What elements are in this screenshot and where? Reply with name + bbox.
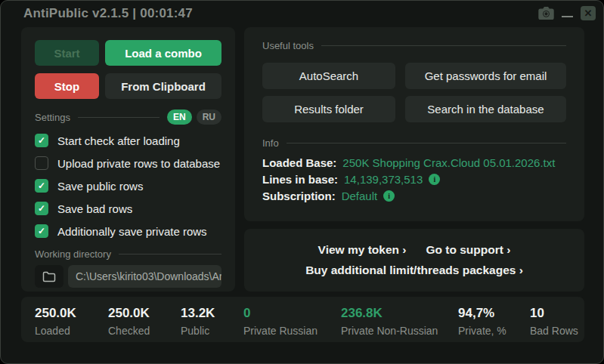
from-clipboard-button[interactable]: From Clipboard xyxy=(105,73,221,99)
checkbox-row-upload-private[interactable]: ✓ Upload private rows to database xyxy=(35,156,221,170)
lines-in-base-value: 14,139,373,513 xyxy=(344,173,423,186)
info-icon[interactable]: i xyxy=(383,190,395,202)
language-ru-button[interactable]: RU xyxy=(197,110,221,125)
stat-private-percent: 94,7% Private, % xyxy=(458,306,506,337)
checkbox[interactable]: ✓ xyxy=(35,156,48,170)
close-button[interactable]: ✕ xyxy=(581,6,596,20)
stat-value: 236.8K xyxy=(341,306,438,321)
subscription-value: Default xyxy=(342,190,378,202)
stat-label: Private Russian xyxy=(243,325,317,337)
loaded-base-value: 250K Shopping Crax.Cloud 05.01.2026.txt xyxy=(342,156,555,169)
loaded-base-label: Loaded Base: xyxy=(262,156,336,169)
lines-in-base-label: Lines in base: xyxy=(262,173,338,186)
stat-label: Private Non-Russian xyxy=(341,325,438,337)
autosearch-button[interactable]: AutoSearch xyxy=(262,63,395,89)
checkbox-row-save-bad[interactable]: ✓ Save bad rows xyxy=(35,202,221,215)
checkbox-label: Upload private rows to database xyxy=(57,157,220,170)
buy-packages-link[interactable]: Buy additional limit/threads packages › xyxy=(305,264,523,277)
results-folder-button[interactable]: Results folder xyxy=(262,96,395,122)
stat-value: 250.0K xyxy=(108,306,150,321)
lines-in-base-row: Lines in base: 14,139,373,513 i xyxy=(262,173,566,186)
useful-tools-label: Useful tools xyxy=(262,40,314,51)
stat-label: Bad Rows xyxy=(530,325,578,337)
links-row-bottom: Buy additional limit/threads packages › xyxy=(305,264,523,277)
control-panel: Start Load a combo Stop From Clipboard S… xyxy=(21,27,235,292)
loaded-base-row: Loaded Base: 250K Shopping Crax.Cloud 05… xyxy=(262,156,566,169)
divider xyxy=(119,254,221,254)
stop-button[interactable]: Stop xyxy=(35,73,99,99)
checkbox-label: Save public rows xyxy=(57,180,143,193)
useful-tools-buttons: AutoSearch Get passwords for email Resul… xyxy=(262,63,566,122)
get-passwords-button[interactable]: Get passwords for email xyxy=(405,63,566,89)
stat-private-russian: 0 Private Russian xyxy=(243,306,317,337)
stat-label: Loaded xyxy=(35,325,76,337)
stat-value: 13.2K xyxy=(181,306,215,321)
action-buttons: Start Load a combo Stop From Clipboard xyxy=(35,40,221,99)
info-header: Info xyxy=(262,137,566,149)
start-button[interactable]: Start xyxy=(35,40,99,66)
checkbox[interactable]: ✓ xyxy=(35,179,48,193)
stat-bad-rows: 10 Bad Rows xyxy=(530,306,578,337)
support-link[interactable]: Go to support › xyxy=(426,243,510,257)
screenshot-camera-icon[interactable] xyxy=(538,7,554,20)
checkbox-label: Save bad rows xyxy=(57,202,132,215)
language-en-button[interactable]: EN xyxy=(167,110,192,125)
stat-value: 10 xyxy=(530,306,578,321)
check-icon: ✓ xyxy=(38,136,45,145)
load-combo-button[interactable]: Load a combo xyxy=(105,40,221,66)
stat-value: 94,7% xyxy=(458,306,506,321)
links-panel: View my token › Go to support › Buy addi… xyxy=(244,229,584,292)
info-lines: Loaded Base: 250K Shopping Crax.Cloud 05… xyxy=(262,156,566,202)
checkbox-row-save-public[interactable]: ✓ Save public rows xyxy=(35,179,221,193)
stat-public: 13.2K Public xyxy=(181,306,215,337)
divider xyxy=(321,45,566,46)
check-icon: ✓ xyxy=(38,181,45,190)
window-title: AntiPublic v2.1.5 | 00:01:47 xyxy=(23,6,193,21)
subscription-label: Subscription: xyxy=(262,190,336,202)
settings-label: Settings xyxy=(35,112,70,123)
stat-checked: 250.0K Checked xyxy=(108,306,150,337)
working-directory-row: C:\Users\kirito03\Downloads\An... xyxy=(35,265,221,288)
stat-label: Private, % xyxy=(458,325,506,337)
subscription-row: Subscription: Default i xyxy=(262,190,566,202)
stat-value: 250.0K xyxy=(35,306,76,321)
stat-label: Public xyxy=(181,325,215,337)
info-icon[interactable]: i xyxy=(429,174,440,185)
stat-value: 0 xyxy=(243,306,317,321)
stats-bar: 250.0K Loaded 250.0K Checked 13.2K Publi… xyxy=(21,297,584,342)
checkbox[interactable]: ✓ xyxy=(35,224,48,238)
view-token-link[interactable]: View my token › xyxy=(318,243,407,257)
folder-icon xyxy=(42,271,56,282)
window-controls: ✕ xyxy=(538,5,596,21)
app-window: AntiPublic v2.1.5 | 00:01:47 ✕ Start Loa… xyxy=(0,0,604,364)
checkbox-label: Additionally save private rows xyxy=(57,225,207,238)
stat-private-non-russian: 236.8K Private Non-Russian xyxy=(341,306,438,337)
info-section: Info Loaded Base: 250K Shopping Crax.Clo… xyxy=(262,137,566,202)
check-icon: ✓ xyxy=(38,204,45,213)
working-directory-header: Working directory xyxy=(35,248,221,260)
links-row-top: View my token › Go to support › xyxy=(318,243,511,257)
info-label: Info xyxy=(262,137,279,149)
working-directory-label: Working directory xyxy=(35,248,111,260)
title-bar: AntiPublic v2.1.5 | 00:01:47 ✕ xyxy=(1,1,603,25)
search-database-button[interactable]: Search in the database xyxy=(405,96,566,122)
settings-checkbox-list: ✓ Start check after loading ✓ Upload pri… xyxy=(35,134,221,238)
divider xyxy=(78,117,160,118)
tools-info-panel: Useful tools AutoSearch Get passwords fo… xyxy=(244,27,584,221)
checkbox-label: Start check after loading xyxy=(57,134,180,147)
working-directory-path-field[interactable]: C:\Users\kirito03\Downloads\An... xyxy=(68,265,221,288)
useful-tools-header: Useful tools xyxy=(262,40,566,51)
minimize-button[interactable] xyxy=(562,7,573,19)
check-icon: ✓ xyxy=(38,227,45,236)
stat-loaded: 250.0K Loaded xyxy=(35,306,76,337)
settings-header: Settings EN RU xyxy=(35,110,221,125)
divider xyxy=(287,143,566,143)
checkbox[interactable]: ✓ xyxy=(35,202,48,215)
checkbox-row-start-check[interactable]: ✓ Start check after loading xyxy=(35,134,221,147)
browse-folder-button[interactable] xyxy=(35,265,63,288)
checkbox[interactable]: ✓ xyxy=(35,134,48,147)
stat-label: Checked xyxy=(108,325,150,337)
checkbox-row-save-private[interactable]: ✓ Additionally save private rows xyxy=(35,224,221,238)
